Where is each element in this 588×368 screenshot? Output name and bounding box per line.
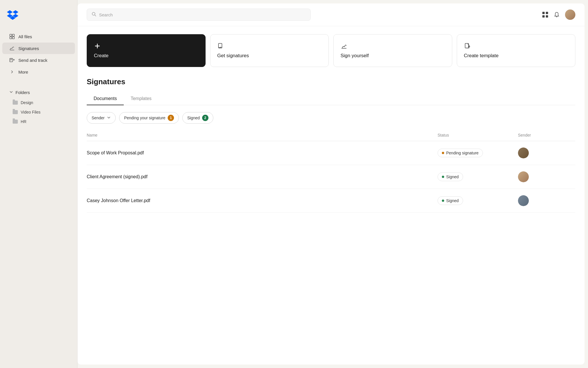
tab-bar: Documents Templates: [87, 93, 575, 105]
sidebar-label-send-and-track: Send and track: [18, 58, 47, 63]
sidebar-nav: All files Signatures Send and track: [0, 30, 77, 78]
table-row[interactable]: Casey Johnson Offer Letter.pdf Signed: [87, 189, 575, 213]
status-badge: Signed: [438, 172, 463, 181]
chevron-down-icon: [107, 116, 111, 120]
main-content: Create Get signatures: [78, 3, 585, 365]
app-header: [78, 3, 585, 26]
get-signatures-card[interactable]: Get signatures: [210, 34, 329, 67]
avatar-image: [565, 9, 575, 20]
create-card-label: Create: [94, 53, 198, 59]
sidebar-item-more[interactable]: More: [2, 66, 75, 78]
create-card[interactable]: Create: [87, 34, 206, 67]
sidebar-item-all-files[interactable]: All files: [2, 31, 75, 42]
search-icon: [92, 12, 96, 18]
sign-yourself-label: Sign yourself: [341, 53, 445, 59]
page-content: Create Get signatures: [78, 26, 585, 365]
sender-avatar: [518, 195, 529, 206]
folder-icon: [13, 110, 18, 114]
status-label: Pending signature: [446, 151, 479, 155]
pending-filter-label: Pending your signature: [124, 116, 165, 120]
sender-avatar-image: [518, 147, 529, 158]
documents-table: Name Status Sender Scope of Work Proposa…: [87, 131, 575, 213]
action-cards: Create Get signatures: [87, 34, 575, 67]
sender-avatar: [518, 147, 529, 158]
sender-avatar: [518, 171, 529, 182]
col-status: Status: [438, 133, 518, 137]
svg-rect-9: [546, 12, 548, 14]
create-template-icon: [464, 43, 568, 49]
svg-rect-10: [542, 15, 545, 18]
header-icons: [542, 9, 575, 20]
search-input[interactable]: [99, 12, 306, 17]
page-title: Signatures: [87, 77, 575, 86]
chevron-right-icon: [9, 69, 15, 75]
search-bar[interactable]: [87, 9, 311, 21]
table-row[interactable]: Scope of Work Proposal.pdf Pending signa…: [87, 141, 575, 165]
status-cell: Signed: [438, 172, 518, 181]
doc-name: Client Agreement (signed).pdf: [87, 174, 438, 179]
folders-label: Folders: [16, 90, 30, 95]
sidebar-item-signatures[interactable]: Signatures: [2, 43, 75, 54]
folder-icon: [13, 101, 18, 105]
sidebar-label-signatures: Signatures: [18, 46, 39, 51]
table-header: Name Status Sender: [87, 131, 575, 141]
folder-label-hr: HR: [21, 119, 26, 124]
status-badge: Pending signature: [438, 149, 483, 157]
svg-rect-2: [10, 37, 12, 39]
status-cell: Pending signature: [438, 149, 518, 157]
tab-documents[interactable]: Documents: [87, 93, 124, 105]
status-dot-signed: [442, 200, 444, 202]
apps-icon[interactable]: [542, 12, 548, 18]
folder-label-design: Design: [21, 100, 33, 105]
svg-rect-6: [10, 60, 11, 60]
signed-filter-label: Signed: [187, 116, 200, 120]
status-label: Signed: [446, 175, 459, 179]
sign-yourself-icon: [341, 43, 445, 49]
pending-badge: 1: [168, 115, 174, 121]
tab-templates[interactable]: Templates: [124, 93, 158, 105]
svg-rect-8: [542, 12, 545, 14]
sidebar-label-all-files: All files: [18, 34, 32, 39]
sidebar-label-more: More: [18, 70, 28, 74]
col-name: Name: [87, 133, 438, 137]
col-sender: Sender: [518, 133, 575, 137]
create-template-label: Create template: [464, 53, 568, 59]
sign-yourself-card[interactable]: Sign yourself: [333, 34, 452, 67]
sender-filter[interactable]: Sender: [87, 112, 116, 124]
sidebar: All files Signatures Send and track: [0, 0, 78, 368]
svg-rect-5: [10, 59, 12, 60]
table-row[interactable]: Client Agreement (signed).pdf Signed: [87, 165, 575, 189]
app-logo[interactable]: [0, 7, 77, 30]
chevron-down-icon: [9, 90, 13, 95]
doc-name: Casey Johnson Offer Letter.pdf: [87, 198, 438, 203]
svg-rect-3: [12, 37, 14, 39]
sender-avatar-image: [518, 171, 529, 182]
user-avatar[interactable]: [565, 9, 575, 20]
sender-filter-label: Sender: [92, 116, 105, 120]
signed-filter[interactable]: Signed 2: [182, 112, 213, 124]
pending-signature-filter[interactable]: Pending your signature 1: [119, 112, 179, 124]
sidebar-item-send-and-track[interactable]: Send and track: [2, 54, 75, 66]
svg-rect-11: [546, 15, 548, 18]
folders-header[interactable]: Folders: [2, 87, 75, 98]
doc-name: Scope of Work Proposal.pdf: [87, 150, 438, 156]
status-dot-pending: [442, 152, 444, 154]
dropbox-logo-icon: [7, 10, 18, 21]
folder-icon: [13, 120, 18, 124]
sender-avatar-image: [518, 195, 529, 206]
get-signatures-label: Get signatures: [217, 53, 322, 59]
status-cell: Signed: [438, 196, 518, 205]
notifications-icon[interactable]: [554, 12, 560, 18]
sidebar-folder-hr[interactable]: HR: [2, 117, 75, 126]
create-template-card[interactable]: Create template: [457, 34, 576, 67]
sidebar-folder-design[interactable]: Design: [2, 98, 75, 107]
status-dot-signed: [442, 176, 444, 178]
sidebar-folder-video-files[interactable]: Video Files: [2, 108, 75, 117]
signed-badge: 2: [202, 115, 208, 121]
filters-bar: Sender Pending your signature 1 Signed 2: [87, 112, 575, 124]
status-label: Signed: [446, 198, 459, 203]
grid-icon: [9, 34, 15, 39]
send-icon: [9, 57, 15, 63]
svg-rect-0: [10, 34, 12, 36]
svg-rect-1: [12, 34, 14, 36]
